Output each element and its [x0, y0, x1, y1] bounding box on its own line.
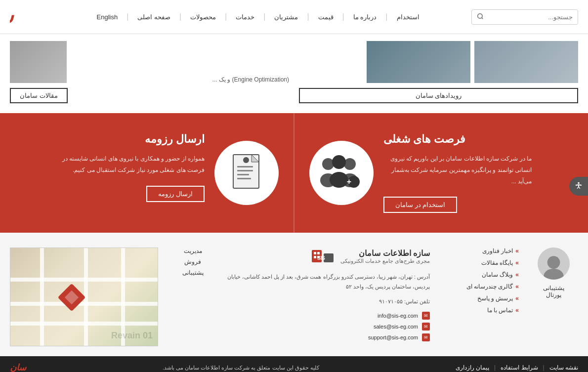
map-watermark: 01 Revain	[111, 331, 153, 341]
footer-link-3[interactable]: » گالری چندرسانه ای	[440, 283, 519, 290]
search-input[interactable]	[489, 10, 578, 24]
email-text-2: support@sis-eg.com	[368, 334, 418, 340]
email-icon-1: ✉	[422, 323, 430, 331]
svg-point-19	[544, 269, 563, 280]
svg-rect-25	[324, 253, 334, 262]
svg-rect-14	[237, 170, 253, 171]
main-nav: استخدام | درباره ما | قیمت | مشتریان | خ…	[97, 12, 420, 21]
footer-link-label-5: تماس با ما	[487, 307, 513, 314]
footer-link-1[interactable]: » پایگاه مقالات	[440, 259, 519, 266]
svg-rect-21	[314, 252, 316, 254]
link-arrow-1: »	[515, 259, 519, 266]
search-bar[interactable]	[471, 9, 578, 25]
svg-text:سان: سان	[10, 6, 14, 26]
nav-services[interactable]: خدمات	[236, 13, 254, 21]
map-road-v1	[40, 248, 44, 346]
company-subtitle: مجری طرح‌های جامع خدمات الکترونیکی	[340, 258, 430, 264]
resume-title: ارسال رزومه	[145, 133, 205, 146]
svg-rect-16	[237, 178, 251, 179]
dept-2[interactable]: پشتیبانی	[182, 269, 204, 276]
link-arrow-0: »	[515, 248, 519, 254]
svg-rect-23	[314, 256, 316, 258]
footer-link-4[interactable]: » پرسش و پاسخ	[440, 295, 519, 302]
company-logo-icon: SIS	[311, 248, 336, 265]
company-name: سازه اطلاعات سامان	[340, 248, 430, 258]
event-image-2	[367, 41, 470, 83]
jobs-title: فرصت های شغلی	[383, 133, 465, 146]
support-label: پشتیبانی پورتال	[543, 285, 564, 298]
email-row-2: support@sis-eg.com ✉	[227, 333, 430, 341]
svg-point-5	[344, 158, 356, 170]
bottom-link-privacy[interactable]: پیمان رازداری	[456, 364, 489, 371]
article-snippet: (Engine Optimization) و یک ...	[72, 76, 289, 83]
article-image	[10, 41, 67, 83]
svg-point-0	[478, 13, 482, 18]
nav-about[interactable]: درباره ما	[353, 13, 377, 21]
email-row-1: sales@sis-eg.com ✉	[227, 323, 430, 331]
footer-link-label-2: وبلاگ سامان	[482, 271, 513, 278]
footer: پشتیبانی پورتال » اخبار فناوری » پایگاه …	[0, 233, 588, 356]
email-icon-2: ✉	[422, 333, 430, 341]
support-line2: پورتال	[543, 291, 564, 298]
articles-button[interactable]: مقالات سامان	[10, 88, 68, 103]
nav-english[interactable]: English	[97, 13, 118, 21]
footer-link-label-0: اخبار فناوری	[482, 248, 513, 254]
footer-content: پشتیبانی پورتال » اخبار فناوری » پایگاه …	[10, 248, 578, 346]
jobs-section: فرصت های شغلی ما در شرکت سازه اطلاعات سا…	[294, 113, 588, 233]
article-text-area: (Engine Optimization) و یک ...	[72, 76, 289, 83]
bottom-copyright: کلیه حقوق این سایت متعلق به شرکت سازه اط…	[163, 365, 319, 371]
footer-link-label-4: پرسش و پاسخ	[477, 295, 513, 302]
event-image-1	[474, 41, 578, 83]
dept-1[interactable]: فروش	[184, 258, 201, 265]
accessibility-button[interactable]	[569, 177, 588, 196]
footer-departments: مدیریت فروش پشتیبانی	[168, 248, 217, 346]
bottom-bar: نقشه سایت | شرایط استفاده | پیمان رازدار…	[0, 356, 588, 372]
bottom-link-terms[interactable]: شرایط استفاده	[501, 364, 538, 371]
map-pin	[58, 283, 86, 311]
logo[interactable]: سان	[10, 4, 44, 30]
svg-point-8	[330, 172, 348, 188]
footer-link-label-3: گالری چندرسانه ای	[466, 283, 513, 290]
header: استخدام | درباره ما | قیمت | مشتریان | خ…	[0, 0, 588, 34]
top-content-area: رویدادهای سامان (Engine Optimization) و …	[0, 34, 588, 113]
event-images	[299, 41, 578, 83]
svg-point-7	[332, 155, 346, 169]
nav-customers[interactable]: مشتریان	[274, 13, 298, 21]
support-line1: پشتیبانی	[543, 285, 564, 291]
svg-rect-13	[237, 166, 253, 167]
search-button[interactable]	[472, 10, 489, 24]
svg-rect-15	[237, 174, 249, 175]
jobs-button[interactable]: استخدام در سامان	[383, 197, 457, 213]
svg-point-17	[243, 157, 249, 163]
resume-icon-circle	[214, 141, 279, 205]
map-pin-inner	[65, 290, 79, 304]
nav-pricing[interactable]: قیمت	[318, 13, 334, 21]
resume-button[interactable]: ارسال رزومه	[146, 186, 205, 202]
nav-home[interactable]: صفحه اصلی	[137, 13, 170, 21]
company-phone: تلفن تماس: ۹۱۰۷۱۰۵۵	[227, 297, 430, 307]
svg-rect-22	[317, 252, 320, 254]
email-icon-0: ✉	[422, 312, 430, 320]
svg-text:SIS: SIS	[317, 255, 325, 261]
footer-map[interactable]: 01 Revain	[10, 248, 158, 346]
svg-point-3	[322, 158, 334, 170]
link-arrow-4: »	[515, 295, 519, 302]
nav-careers[interactable]: استخدام	[397, 13, 420, 21]
jobs-description: ما در شرکت سازه اطلاعات سامان بر این باو…	[383, 153, 532, 187]
company-name-area: سازه اطلاعات سامان مجری طرح‌های جامع خدم…	[340, 248, 430, 264]
svg-text:+: +	[347, 177, 351, 186]
svg-point-18	[547, 256, 560, 269]
bottom-link-map[interactable]: نقشه سایت	[549, 364, 578, 371]
footer-link-5[interactable]: » تماس با ما	[440, 307, 519, 314]
footer-link-2[interactable]: » وبلاگ سامان	[440, 271, 519, 278]
events-button[interactable]: رویدادهای سامان	[299, 88, 578, 103]
link-arrow-2: »	[515, 271, 519, 278]
bottom-bar-links: نقشه سایت | شرایط استفاده | پیمان رازدار…	[456, 364, 578, 371]
article-preview: (Engine Optimization) و یک ...	[10, 41, 289, 83]
footer-link-0[interactable]: » اخبار فناوری	[440, 248, 519, 254]
resume-section: ارسال رزومه همواره از حضور و همکاری با ن…	[0, 113, 294, 233]
company-address: آدرس : تهران، شهر زیبا، دسترسی کندرو بزر…	[227, 272, 430, 292]
dept-0[interactable]: مدیریت	[184, 248, 202, 254]
nav-products[interactable]: محصولات	[190, 13, 216, 21]
link-arrow-3: »	[515, 283, 519, 290]
